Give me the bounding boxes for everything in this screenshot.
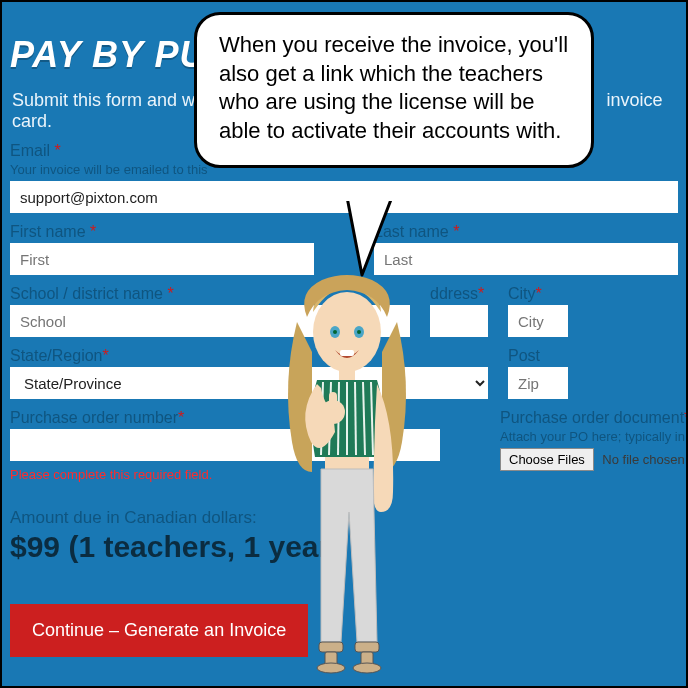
speech-bubble-tail-icon [337, 197, 397, 277]
po-document-label: Purchase order document* [500, 409, 688, 427]
postal-input[interactable] [508, 367, 568, 399]
po-document-hint: Attach your PO here; typically in PDF fo… [500, 429, 688, 444]
svg-marker-0 [347, 197, 392, 275]
avatar-illustration [277, 262, 417, 682]
continue-button[interactable]: Continue – Generate an Invoice [10, 604, 308, 657]
lastname-input[interactable] [374, 243, 678, 275]
svg-rect-7 [340, 350, 354, 356]
app-frame: PAY BY PURCHASE ORDER Submit this form a… [0, 0, 688, 688]
file-chosen-status: No file chosen [602, 452, 684, 467]
speech-bubble: When you receive the invoice, you'll als… [194, 12, 594, 168]
svg-point-2 [313, 292, 381, 372]
city-input[interactable] [508, 305, 568, 337]
address-label-fragment: ddress* [430, 285, 488, 303]
choose-files-button[interactable]: Choose Files [500, 448, 594, 471]
firstname-input[interactable] [10, 243, 314, 275]
svg-point-24 [353, 663, 381, 673]
address-input[interactable] [430, 305, 488, 337]
city-label: City* [508, 285, 678, 303]
svg-rect-20 [355, 642, 379, 652]
postal-label-fragment: Post [508, 347, 678, 365]
svg-point-23 [317, 663, 345, 673]
svg-point-5 [333, 330, 337, 334]
firstname-label: First name * [10, 223, 314, 241]
lastname-label: Last name * [374, 223, 678, 241]
svg-rect-18 [329, 392, 337, 410]
svg-rect-1 [342, 197, 396, 201]
svg-line-13 [355, 382, 356, 455]
svg-rect-16 [325, 457, 369, 469]
svg-rect-19 [319, 642, 343, 652]
svg-point-6 [357, 330, 361, 334]
svg-rect-8 [339, 367, 355, 381]
